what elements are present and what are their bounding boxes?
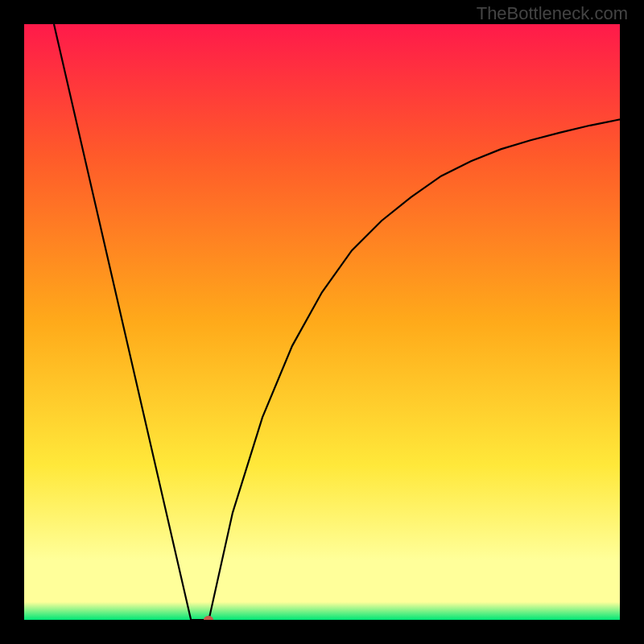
chart-container: [24, 24, 620, 620]
curve-plot: [24, 24, 620, 620]
watermark-text: TheBottleneck.com: [477, 3, 628, 24]
minimum-marker: [204, 616, 213, 620]
